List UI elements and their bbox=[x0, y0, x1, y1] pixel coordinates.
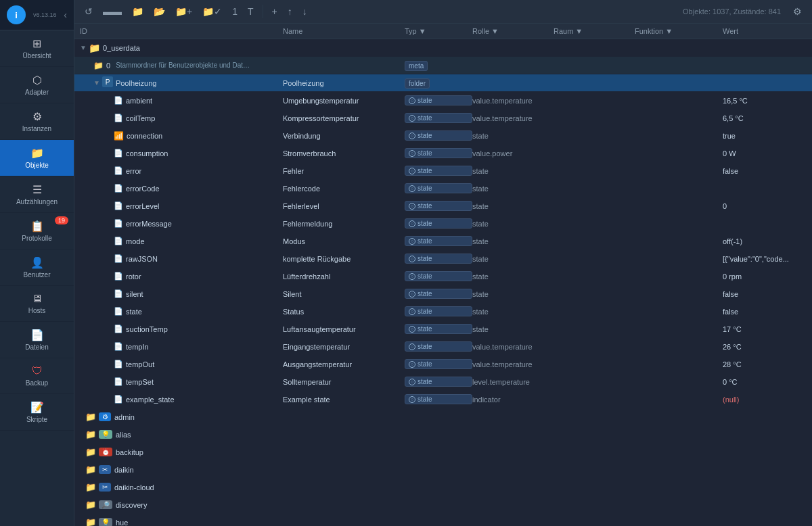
upload-button[interactable]: ↑ bbox=[284, 4, 296, 19]
table-row[interactable]: ▼ 📁 0_userdata 🗑 bbox=[74, 39, 812, 57]
folder-icon: 📁 bbox=[85, 500, 96, 510]
file-icon: 📄 bbox=[114, 325, 123, 333]
files-icon: 📄 bbox=[30, 329, 44, 341]
row-name: Lüfterdrehzahl bbox=[283, 272, 405, 281]
sidebar-item-files[interactable]: 📄 Dateien bbox=[0, 322, 74, 358]
table-row[interactable]: 📄 example_state Example state ○ state in… bbox=[74, 391, 812, 408]
row-id: hue bbox=[116, 519, 128, 527]
sidebar-label-backup: Backup bbox=[26, 379, 48, 387]
download-button[interactable]: ↓ bbox=[299, 4, 311, 19]
list-view-button[interactable]: ▬▬ bbox=[99, 4, 125, 19]
table-row[interactable]: 📄 errorMessage Fehlermeldung ○ state sta… bbox=[74, 215, 812, 233]
adapter-icon: ⬡ bbox=[32, 74, 42, 87]
table-row[interactable]: 📄 mode Modus ○ state state off(-1) ✎ 🗑 bbox=[74, 233, 812, 250]
row-value: off(-1) bbox=[723, 237, 812, 246]
sidebar-item-users[interactable]: 👤 Benutzer bbox=[0, 249, 74, 286]
sidebar-item-backup[interactable]: 🛡 Backup bbox=[0, 358, 74, 394]
folder-mark-button[interactable]: 📁✓ bbox=[199, 4, 225, 19]
header-room[interactable]: Raum ▼ bbox=[554, 27, 635, 35]
row-value: 6,5 °C bbox=[723, 114, 812, 123]
add-button[interactable]: + bbox=[269, 4, 281, 19]
table-row[interactable]: 📄 errorCode Fehlercode ○ state state ✎ 🗑 bbox=[74, 180, 812, 197]
table-row[interactable]: 📁 ✂ daikin-cloud 🗑 bbox=[74, 479, 812, 496]
sidebar-label-objects: Objekte bbox=[25, 162, 48, 169]
settings-button[interactable]: ⚙ bbox=[790, 4, 805, 19]
table-row[interactable]: 📄 silent Silent ○ state state false ✎ 🗑 bbox=[74, 285, 812, 303]
sidebar-label-instances: Instanzen bbox=[22, 125, 51, 133]
header-value: Wert bbox=[723, 27, 812, 35]
state-circle: ○ bbox=[409, 185, 415, 192]
sidebar-item-instances[interactable]: ⚙ Instanzen bbox=[0, 103, 74, 140]
num-button[interactable]: 1 bbox=[229, 4, 241, 19]
header-role[interactable]: Rolle ▼ bbox=[472, 27, 554, 35]
table-row[interactable]: 📄 consumption Stromverbrauch ○ state val… bbox=[74, 145, 812, 162]
sidebar-item-overview[interactable]: ⊞ Übersicht bbox=[0, 30, 74, 67]
type-state-badge: ○ state bbox=[405, 324, 472, 334]
row-id: silent bbox=[126, 290, 143, 298]
row-id: Poolheizung bbox=[116, 79, 157, 87]
table-row[interactable]: 📁 💡 alias 🗑 bbox=[74, 426, 812, 444]
file-icon: 📄 bbox=[114, 184, 123, 193]
sidebar-item-objects[interactable]: 📁 Objekte bbox=[0, 140, 74, 176]
header-name[interactable]: Name bbox=[283, 27, 405, 35]
table-row[interactable]: 📄 tempIn Eingangstemperatur ○ state valu… bbox=[74, 338, 812, 356]
state-circle: ○ bbox=[409, 150, 415, 157]
row-type: ○ state bbox=[405, 236, 472, 246]
file-icon: 📄 bbox=[114, 254, 123, 263]
text-button[interactable]: T bbox=[244, 4, 257, 19]
table-row[interactable]: ▼ P Poolheizung Poolheizung folder ✎ 🗑 bbox=[74, 74, 812, 92]
table-row[interactable]: 📄 state Status ○ state state false ✎ 🗑 bbox=[74, 303, 812, 320]
folder-plus-button[interactable]: 📁+ bbox=[172, 4, 196, 19]
table-row[interactable]: 📁 ⏰ backitup 🗑 bbox=[74, 444, 812, 461]
expand-arrow[interactable]: ▼ bbox=[80, 44, 87, 51]
sidebar-item-hosts[interactable]: 🖥 Hosts bbox=[0, 286, 74, 322]
sidebar-item-adapter[interactable]: ⬡ Adapter bbox=[0, 67, 74, 103]
table-row[interactable]: 📄 tempSet Solltemperatur ○ state level.t… bbox=[74, 373, 812, 391]
sidebar-toggle[interactable]: ‹ bbox=[64, 9, 67, 20]
expand-arrow[interactable]: ▼ bbox=[93, 79, 100, 87]
table-row[interactable]: 📄 suctionTemp Luftansaugtemperatur ○ sta… bbox=[74, 320, 812, 338]
row-id: coilTemp bbox=[126, 114, 155, 122]
row-role: value.temperature bbox=[472, 360, 554, 369]
header-id[interactable]: ID bbox=[80, 27, 283, 35]
table-row[interactable]: 📄 error Fehler ○ state state false ✎ 🗑 bbox=[74, 162, 812, 180]
row-type: ○ state bbox=[405, 183, 472, 193]
table-row[interactable]: 📄 rawJSON komplette Rückgabe ○ state sta… bbox=[74, 250, 812, 268]
sidebar-label-overview: Übersicht bbox=[22, 52, 51, 59]
table-row[interactable]: 📄 coilTemp Kompressortemperatur ○ state … bbox=[74, 110, 812, 127]
table-row[interactable]: 📁 💡 hue 🗑 bbox=[74, 514, 812, 526]
refresh-button[interactable]: ↺ bbox=[81, 4, 96, 19]
type-state-badge: ○ state bbox=[405, 130, 472, 141]
row-name: Fehler bbox=[283, 166, 405, 176]
table-row[interactable]: 📁 0 Stammordner für Benutzerobjekte und … bbox=[74, 57, 812, 74]
wifi-icon: 📶 bbox=[114, 131, 124, 141]
row-role: state bbox=[472, 201, 554, 211]
table-row[interactable]: 📁 🔎 discovery 🗑 bbox=[74, 496, 812, 514]
table-row[interactable]: 📄 tempOut Ausgangstemperatur ○ state val… bbox=[74, 356, 812, 373]
type-state-badge: ○ state bbox=[405, 271, 472, 281]
table-row[interactable]: 📁 ⚙ admin 🗑 bbox=[74, 408, 812, 426]
type-meta-badge: meta bbox=[405, 61, 428, 71]
table-row[interactable]: 📄 errorLevel Fehlerlevel ○ state state 0… bbox=[74, 197, 812, 215]
header-func[interactable]: Funktion ▼ bbox=[635, 27, 723, 35]
row-type: ○ state bbox=[405, 166, 472, 176]
folder-open-button[interactable]: 📂 bbox=[150, 4, 168, 19]
header-type[interactable]: Typ ▼ bbox=[405, 27, 472, 35]
row-id: rotor bbox=[126, 272, 141, 281]
sidebar-item-protocols[interactable]: 19 📋 Protokolle bbox=[0, 213, 74, 249]
row-role: state bbox=[472, 184, 554, 193]
app-logo: i bbox=[7, 5, 26, 24]
sidebar-item-scripts[interactable]: 📝 Skripte bbox=[0, 394, 74, 431]
file-icon: 📄 bbox=[114, 201, 123, 210]
table-row[interactable]: 📄 rotor Lüfterdrehzahl ○ state state 0 r… bbox=[74, 268, 812, 285]
scripts-icon: 📝 bbox=[30, 401, 44, 414]
table-row[interactable]: 📁 ✂ daikin 🗑 bbox=[74, 461, 812, 479]
row-role: state bbox=[472, 272, 554, 281]
table-row[interactable]: 📄 ambient Umgebungstemperatur ○ state va… bbox=[74, 92, 812, 110]
table-row[interactable]: 📶 connection Verbindung ○ state state tr… bbox=[74, 127, 812, 145]
sidebar-item-enums[interactable]: ☰ Aufzählungen bbox=[0, 176, 74, 213]
row-value: 0 rpm bbox=[723, 272, 812, 281]
row-value-text: 0 bbox=[723, 202, 727, 210]
row-type: ○ state bbox=[405, 394, 472, 404]
folder-new-button[interactable]: 📁 bbox=[129, 4, 147, 19]
